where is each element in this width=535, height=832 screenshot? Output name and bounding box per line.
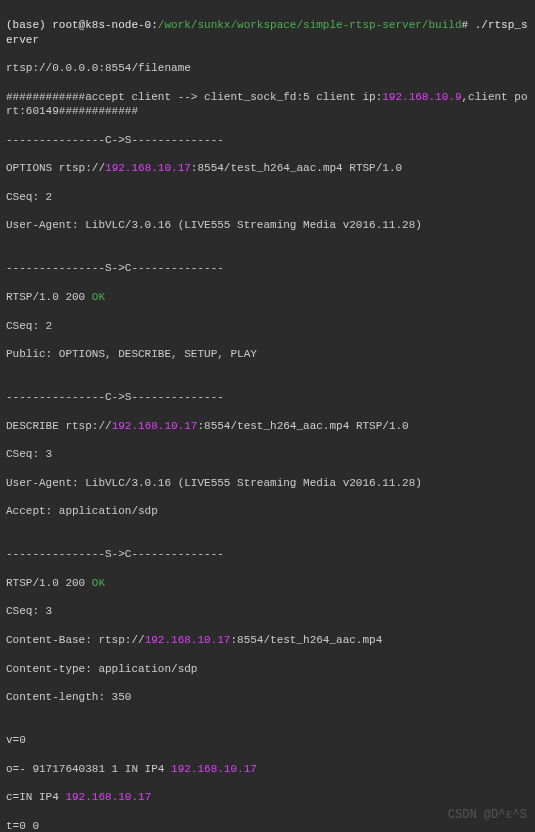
content-base-prefix: Content-Base: rtsp://	[6, 634, 145, 646]
describe-suffix: :8554/test_h264_aac.mp4 RTSP/1.0	[197, 420, 408, 432]
divider-sc: ---------------S->C--------------	[6, 261, 529, 275]
prompt-line: (base) root@k8s-node-0:/work/sunkx/works…	[6, 18, 529, 47]
server-ip: 192.168.10.17	[145, 634, 231, 646]
rtsp-200-prefix: RTSP/1.0 200	[6, 291, 92, 303]
user-agent: User-Agent: LibVLC/3.0.16 (LIVE555 Strea…	[6, 476, 529, 490]
cseq: CSeq: 2	[6, 190, 529, 204]
prompt-prefix: (base) root@k8s-node-0:	[6, 19, 158, 31]
ok: OK	[92, 577, 105, 589]
sdp-v: v=0	[6, 733, 529, 747]
accept-prefix: ############accept client --> client_soc…	[6, 91, 382, 103]
sdp-c: c=IN IP4 192.168.10.17	[6, 790, 529, 804]
divider-cs: ---------------C->S--------------	[6, 390, 529, 404]
watermark: CSDN @D^ε^S	[448, 808, 527, 824]
rtsp-url: rtsp://0.0.0.0:8554/filename	[6, 61, 529, 75]
rtsp-200-prefix: RTSP/1.0 200	[6, 577, 92, 589]
rtsp-200: RTSP/1.0 200 OK	[6, 576, 529, 590]
cseq: CSeq: 3	[6, 604, 529, 618]
user-agent: User-Agent: LibVLC/3.0.16 (LIVE555 Strea…	[6, 218, 529, 232]
options-line: OPTIONS rtsp://192.168.10.17:8554/test_h…	[6, 161, 529, 175]
ok: OK	[92, 291, 105, 303]
terminal-output: (base) root@k8s-node-0:/work/sunkx/works…	[6, 4, 529, 832]
content-type: Content-type: application/sdp	[6, 662, 529, 676]
sdp-o: o=- 91717640381 1 IN IP4 192.168.10.17	[6, 762, 529, 776]
content-base: Content-Base: rtsp://192.168.10.17:8554/…	[6, 633, 529, 647]
rtsp-200: RTSP/1.0 200 OK	[6, 290, 529, 304]
describe-line: DESCRIBE rtsp://192.168.10.17:8554/test_…	[6, 419, 529, 433]
accept-sdp: Accept: application/sdp	[6, 504, 529, 518]
server-ip: 192.168.10.17	[65, 791, 151, 803]
content-base-suffix: :8554/test_h264_aac.mp4	[230, 634, 382, 646]
prompt-path: /work/sunkx/workspace/simple-rtsp-server…	[158, 19, 462, 31]
cseq: CSeq: 3	[6, 447, 529, 461]
server-ip: 192.168.10.17	[171, 763, 257, 775]
options-prefix: OPTIONS rtsp://	[6, 162, 105, 174]
cseq: CSeq: 2	[6, 319, 529, 333]
sdp-c-prefix: c=IN IP4	[6, 791, 65, 803]
describe-prefix: DESCRIBE rtsp://	[6, 420, 112, 432]
sdp-o-prefix: o=- 91717640381 1 IN IP4	[6, 763, 171, 775]
client-ip: 192.168.10.9	[382, 91, 461, 103]
options-suffix: :8554/test_h264_aac.mp4 RTSP/1.0	[191, 162, 402, 174]
server-ip: 192.168.10.17	[105, 162, 191, 174]
public: Public: OPTIONS, DESCRIBE, SETUP, PLAY	[6, 347, 529, 361]
divider-sc: ---------------S->C--------------	[6, 547, 529, 561]
divider-cs: ---------------C->S--------------	[6, 133, 529, 147]
accept-client-line: ############accept client --> client_soc…	[6, 90, 529, 119]
content-length: Content-length: 350	[6, 690, 529, 704]
server-ip: 192.168.10.17	[112, 420, 198, 432]
